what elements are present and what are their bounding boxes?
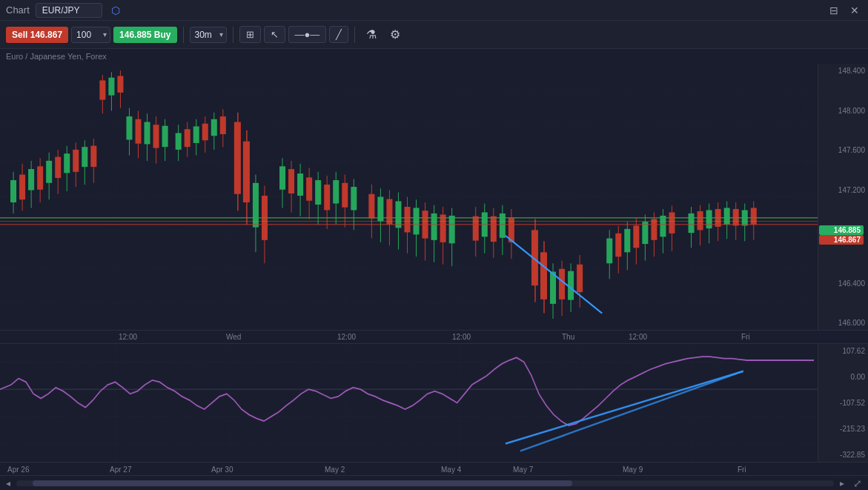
svg-rect-80 — [306, 177, 312, 200]
flask-icon: ⚗ — [366, 27, 377, 42]
sell-button[interactable]: Sell 146.867 — [6, 27, 68, 43]
oscillator-y-axis: 107.62 0.00 -107.52 -215.23 -322.85 — [818, 344, 868, 462]
svg-rect-98 — [395, 201, 401, 228]
svg-rect-116 — [491, 216, 497, 242]
oscillator-area[interactable]: 107.62 0.00 -107.52 -215.23 -322.85 — [0, 344, 868, 462]
svg-rect-112 — [473, 216, 479, 241]
draw-btn[interactable]: ╱ — [329, 26, 348, 43]
svg-rect-88 — [342, 183, 348, 208]
svg-rect-48 — [145, 122, 150, 145]
oscillator-chart[interactable] — [0, 344, 818, 462]
svg-rect-158 — [724, 208, 730, 224]
chart-title: Chart — [6, 4, 30, 16]
svg-rect-128 — [559, 269, 565, 299]
date-apr27: Apr 27 — [110, 466, 131, 474]
svg-rect-78 — [297, 173, 303, 196]
svg-rect-66 — [234, 122, 241, 194]
svg-rect-54 — [176, 133, 182, 149]
scroll-left-btn[interactable]: ◂ — [3, 478, 13, 489]
scrollbar-track[interactable] — [16, 480, 834, 486]
svg-rect-52 — [162, 126, 168, 147]
date-may9: May 9 — [623, 466, 643, 474]
svg-rect-152 — [698, 211, 703, 230]
date-apr30: Apr 30 — [211, 466, 233, 474]
scroll-right-btn[interactable]: ▸ — [837, 478, 847, 489]
svg-rect-70 — [253, 183, 259, 228]
cursor-icon: ↖ — [271, 29, 279, 40]
buy-price-tag: 146.885 — [819, 225, 864, 235]
main-chart-svg — [0, 64, 818, 330]
svg-rect-140 — [633, 225, 639, 248]
chart-label: Euro / Japanese Yen, Forex — [0, 49, 868, 64]
svg-rect-60 — [202, 124, 208, 140]
timeframe-wrapper[interactable]: 1m5m15m30m1h4h1D — [190, 27, 227, 43]
svg-rect-32 — [73, 150, 79, 172]
scrollbar-thumb[interactable] — [33, 480, 572, 486]
svg-rect-56 — [185, 129, 191, 147]
expand-btn[interactable]: ⤢ — [850, 477, 865, 489]
quantity-select[interactable]: 1002005001000 — [71, 27, 110, 43]
symbol-icon: ⬡ — [108, 3, 123, 18]
date-may7: May 7 — [513, 466, 533, 474]
svg-rect-28 — [55, 157, 61, 178]
candlestick-chart[interactable]: L: 146.127 — [0, 64, 818, 330]
toolbar: Sell 146.867 1002005001000 146.885 Buy 1… — [0, 21, 868, 49]
svg-rect-62 — [211, 119, 217, 136]
svg-rect-142 — [642, 222, 648, 244]
svg-rect-58 — [193, 127, 199, 143]
svg-rect-108 — [440, 214, 446, 242]
date-may4: May 4 — [441, 466, 461, 474]
cursor-btn[interactable]: ↖ — [264, 26, 285, 43]
x-label-fri: Fri — [741, 333, 750, 341]
svg-rect-64 — [220, 116, 226, 134]
svg-rect-76 — [288, 169, 294, 193]
svg-rect-92 — [368, 194, 374, 219]
quantity-wrapper[interactable]: 1002005001000 — [71, 27, 110, 43]
scrollbar[interactable]: ◂ ▸ ⤢ — [0, 475, 868, 490]
svg-rect-26 — [46, 161, 52, 183]
line-tool-btn[interactable]: —●— — [288, 26, 327, 43]
date-may2: May 2 — [325, 466, 345, 474]
svg-rect-22 — [28, 169, 34, 190]
y-level-3: 147.600 — [821, 146, 865, 154]
oscillator-svg — [0, 344, 818, 462]
svg-rect-50 — [153, 125, 159, 148]
svg-rect-74 — [279, 166, 285, 189]
close-btn[interactable]: ✕ — [847, 3, 862, 18]
flask-btn[interactable]: ⚗ — [361, 25, 382, 44]
svg-rect-20 — [19, 175, 25, 200]
svg-rect-100 — [404, 207, 410, 232]
y-level-6: 146.000 — [821, 319, 865, 327]
x-label-1200-4: 12:00 — [629, 333, 647, 341]
svg-rect-164 — [751, 208, 757, 224]
svg-rect-68 — [243, 142, 250, 202]
svg-rect-144 — [651, 219, 657, 239]
date-fri: Fri — [738, 466, 746, 474]
svg-rect-90 — [351, 187, 357, 210]
svg-rect-44 — [126, 116, 132, 139]
minimize-btn[interactable]: ⊟ — [826, 3, 841, 18]
settings-btn[interactable]: ⚙ — [385, 25, 405, 44]
symbol-display[interactable]: EUR/JPY — [36, 3, 102, 18]
osc-y-4: -215.23 — [821, 425, 865, 433]
separator-2 — [233, 27, 233, 43]
osc-y-2: 0.00 — [821, 373, 865, 381]
svg-rect-106 — [431, 213, 437, 240]
svg-rect-30 — [64, 153, 70, 173]
x-label-thu: Thu — [562, 333, 574, 341]
timeframe-select[interactable]: 1m5m15m30m1h4h1D — [190, 27, 227, 43]
svg-rect-146 — [660, 216, 666, 236]
separator-3 — [354, 27, 355, 43]
indicators-btn[interactable]: ⊞ — [239, 26, 261, 43]
y-level-4: 147.200 — [821, 186, 865, 194]
title-bar: Chart EUR/JPY ⬡ ⊟ ✕ — [0, 0, 868, 21]
bars-icon: ⊞ — [246, 29, 254, 40]
svg-rect-154 — [706, 210, 712, 228]
main-chart-area[interactable]: L: 146.127 148.400 148.000 147.600 147.2… — [0, 64, 868, 330]
main-y-axis: 148.400 148.000 147.600 147.200 146.885 … — [818, 64, 868, 330]
svg-rect-46 — [135, 119, 141, 144]
buy-button[interactable]: 146.885 Buy — [113, 27, 176, 43]
gear-icon: ⚙ — [390, 27, 400, 42]
osc-y-5: -322.85 — [821, 451, 865, 459]
separator-1 — [183, 27, 184, 43]
